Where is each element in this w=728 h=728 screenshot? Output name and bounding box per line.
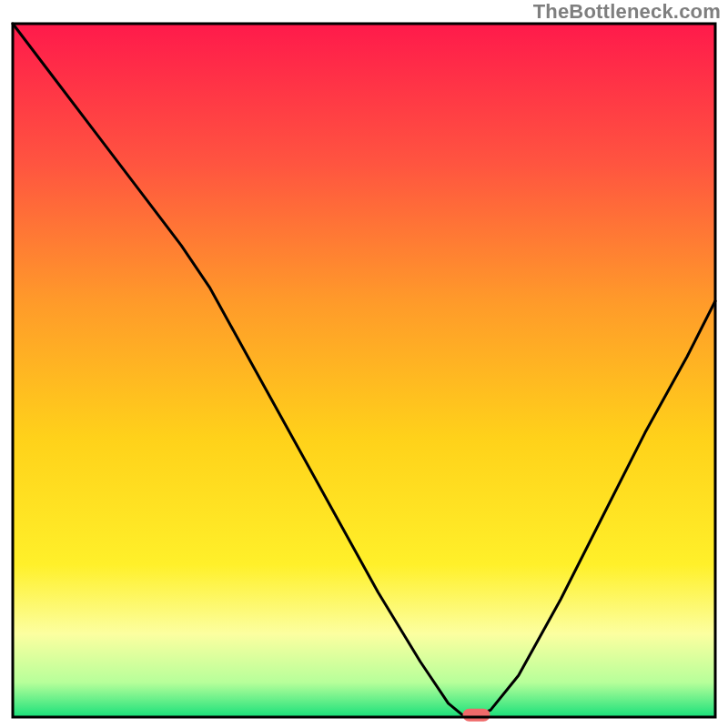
optimal-point-marker [463, 709, 490, 722]
watermark-text: TheBottleneck.com [533, 0, 721, 24]
bottleneck-chart [0, 0, 728, 728]
chart-background-gradient [13, 24, 715, 717]
